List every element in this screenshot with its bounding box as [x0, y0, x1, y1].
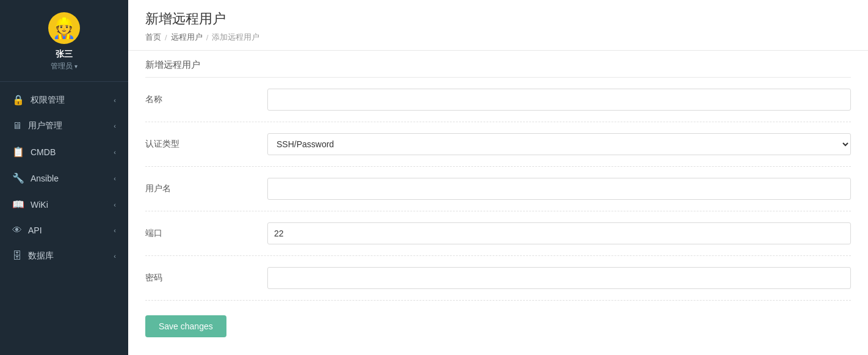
form-row-auth-type: 认证类型 SSH/Password SSH/Key Telnet/Passwor…	[145, 122, 851, 167]
chevron-right-icon-7: ‹	[114, 252, 116, 260]
sidebar-item-database[interactable]: 🗄 数据库 ‹	[0, 243, 128, 269]
breadcrumb-current: 添加远程用户	[212, 32, 259, 43]
sidebar-nav: 🔒 权限管理 ‹ 🖥 用户管理 ‹ 📋 CMDB ‹ 🔧 Ansible	[0, 82, 128, 355]
sidebar-item-api-label: API	[28, 225, 42, 235]
breadcrumb-sep-2: /	[206, 33, 209, 42]
name-input[interactable]	[267, 89, 851, 111]
sidebar-item-wiki[interactable]: 📖 WiKi ‹	[0, 191, 128, 218]
label-name: 名称	[145, 94, 267, 105]
sidebar-item-user-management[interactable]: 🖥 用户管理 ‹	[0, 113, 128, 139]
monitor-icon: 🖥	[12, 120, 22, 131]
label-auth-type: 认证类型	[145, 139, 267, 150]
form-section-title: 新增远程用户	[145, 51, 851, 78]
sidebar-item-cmdb-label: CMDB	[31, 147, 56, 157]
breadcrumb: 首页 / 远程用户 / 添加远程用户	[145, 32, 851, 43]
sidebar-header: 👷 张三 管理员 ▾	[0, 0, 128, 82]
sidebar-item-ansible[interactable]: 🔧 Ansible ‹	[0, 165, 128, 191]
breadcrumb-sep-1: /	[165, 33, 167, 42]
chevron-right-icon-4: ‹	[114, 175, 116, 182]
lock-icon: 🔒	[12, 94, 24, 106]
cmdb-icon: 📋	[12, 146, 24, 158]
sidebar-item-user-management-label: 用户管理	[28, 120, 62, 131]
sidebar-item-database-label: 数据库	[28, 251, 54, 262]
avatar: 👷	[48, 12, 80, 44]
field-port	[267, 222, 851, 244]
port-input[interactable]	[267, 222, 851, 244]
field-username	[267, 178, 851, 200]
chevron-right-icon: ‹	[114, 97, 116, 104]
password-input[interactable]	[267, 267, 851, 289]
form-actions: Save changes	[145, 301, 851, 337]
form-container: 新增远程用户 名称 认证类型 SSH/Password SSH/Key Teln…	[128, 51, 868, 355]
label-username: 用户名	[145, 183, 267, 194]
user-role-chevron-icon: ▾	[74, 63, 78, 70]
book-icon: 📖	[12, 199, 24, 210]
form-row-password: 密码	[145, 256, 851, 301]
breadcrumb-remote-users[interactable]: 远程用户	[171, 32, 203, 43]
field-name	[267, 89, 851, 111]
sidebar-item-cmdb[interactable]: 📋 CMDB ‹	[0, 139, 128, 165]
user-role-toggle[interactable]: 管理员 ▾	[51, 61, 78, 71]
main-content: 新增远程用户 首页 / 远程用户 / 添加远程用户 新增远程用户 名称 认证类型…	[128, 0, 868, 355]
wrench-icon: 🔧	[12, 172, 24, 184]
field-password	[267, 267, 851, 289]
save-button[interactable]: Save changes	[145, 315, 226, 337]
sidebar: 👷 张三 管理员 ▾ 🔒 权限管理 ‹ 🖥 用户管理 ‹ 📋 CMDB	[0, 0, 128, 355]
sidebar-item-wiki-label: WiKi	[31, 200, 48, 210]
sidebar-item-ansible-label: Ansible	[31, 174, 59, 183]
field-auth-type: SSH/Password SSH/Key Telnet/Password	[267, 133, 851, 155]
main-header: 新增远程用户 首页 / 远程用户 / 添加远程用户	[128, 0, 868, 51]
chevron-right-icon-3: ‹	[114, 148, 116, 156]
chevron-right-icon-2: ‹	[114, 122, 116, 130]
form-row-port: 端口	[145, 211, 851, 256]
avatar-emoji: 👷	[52, 16, 76, 40]
user-name: 张三	[56, 49, 73, 60]
username-input[interactable]	[267, 178, 851, 200]
chevron-right-icon-5: ‹	[114, 201, 116, 208]
sidebar-item-permissions[interactable]: 🔒 权限管理 ‹	[0, 87, 128, 113]
label-port: 端口	[145, 228, 267, 239]
page-title: 新增远程用户	[145, 10, 851, 28]
database-icon: 🗄	[12, 251, 22, 262]
sidebar-item-api[interactable]: 👁 API ‹	[0, 218, 128, 243]
api-icon: 👁	[12, 225, 22, 236]
form-row-username: 用户名	[145, 167, 851, 211]
label-password: 密码	[145, 273, 267, 284]
breadcrumb-home[interactable]: 首页	[145, 32, 161, 43]
form-row-name: 名称	[145, 78, 851, 122]
auth-type-select[interactable]: SSH/Password SSH/Key Telnet/Password	[267, 133, 851, 155]
chevron-right-icon-6: ‹	[114, 227, 116, 234]
sidebar-item-permissions-label: 权限管理	[31, 95, 65, 106]
